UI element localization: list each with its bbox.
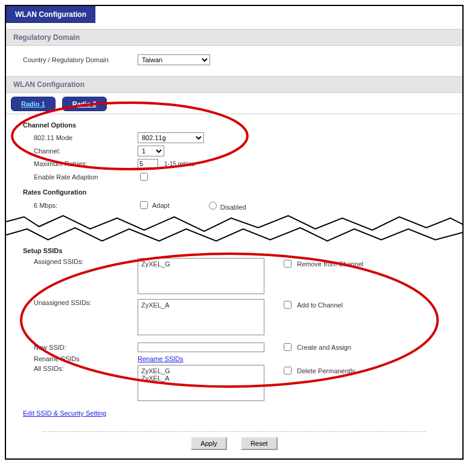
rate-disabled-radio[interactable] bbox=[209, 202, 217, 210]
unassigned-ssids-list[interactable]: ZyXEL_A bbox=[138, 299, 264, 335]
remove-from-channel-label: Remove from Channel bbox=[297, 260, 363, 268]
reset-button[interactable]: Reset bbox=[241, 437, 278, 450]
section-regulatory-header: Regulatory Domain bbox=[6, 29, 462, 46]
tab-wlan-config[interactable]: WLAN Configuration bbox=[6, 6, 95, 23]
country-select[interactable]: Taiwan bbox=[138, 54, 210, 65]
rate-6mbps-label: 6 Mbps: bbox=[34, 202, 138, 209]
tab-radio-2[interactable]: Radio 2 bbox=[62, 97, 107, 111]
rate-adapt-checkbox[interactable] bbox=[140, 173, 148, 181]
assigned-ssids-list[interactable]: ZyXEL_G bbox=[138, 258, 264, 294]
rate-adapt-label: Enable Rate Adaption bbox=[34, 173, 138, 181]
max-retries-hint: 1-15 retries bbox=[164, 161, 195, 167]
tab-radio-1[interactable]: Radio 1 bbox=[11, 97, 56, 111]
channel-select[interactable]: 1 bbox=[138, 146, 164, 156]
all-ssids-label: All SSIDs: bbox=[34, 365, 138, 372]
radio-tabs: Radio 1 Radio 2 bbox=[6, 93, 462, 111]
add-to-channel-checkbox[interactable] bbox=[284, 301, 292, 309]
rates-config-header: Rates Configuration bbox=[23, 188, 445, 196]
unassigned-ssids-label: Unassigned SSIDs: bbox=[34, 299, 138, 306]
section-regulatory-body: Country / Regulatory Domain Taiwan bbox=[6, 46, 462, 76]
edit-ssid-security-link[interactable]: Edit SSID & Security Setting bbox=[23, 410, 106, 417]
assigned-ssids-label: Assigned SSIDs: bbox=[34, 258, 138, 265]
channel-options-header: Channel Options bbox=[23, 121, 445, 129]
rate-disabled-option-label: Disabled bbox=[220, 204, 246, 211]
rename-ssids-label: Rename SSIDs bbox=[34, 355, 138, 362]
section-wlan-header: WLAN Configuration bbox=[6, 76, 462, 93]
add-to-channel-label: Add to Channel bbox=[297, 301, 343, 309]
max-retries-input[interactable] bbox=[138, 159, 158, 169]
mode-select[interactable]: 802.11g bbox=[138, 132, 204, 143]
setup-ssids-header: Setup SSIDs bbox=[23, 247, 445, 254]
tab-header: WLAN Configuration bbox=[6, 6, 462, 23]
new-ssid-input[interactable] bbox=[138, 343, 264, 352]
rename-ssids-link[interactable]: Rename SSIDs bbox=[138, 355, 183, 362]
apply-button[interactable]: Apply bbox=[191, 437, 227, 450]
delete-permanently-label: Delete Permanently bbox=[297, 367, 356, 375]
button-row: Apply Reset bbox=[42, 431, 426, 458]
create-and-assign-label: Create and Assign bbox=[297, 344, 351, 351]
remove-from-channel-checkbox[interactable] bbox=[284, 260, 292, 268]
country-label: Country / Regulatory Domain bbox=[23, 56, 138, 63]
rate-adapt-6mbps-checkbox[interactable] bbox=[140, 201, 148, 209]
mode-label: 802.11 Mode bbox=[34, 134, 138, 141]
torn-break-icon bbox=[6, 214, 462, 242]
delete-permanently-checkbox[interactable] bbox=[284, 367, 292, 375]
channel-label: Channel: bbox=[34, 147, 138, 155]
max-retries-label: Maximum Retries: bbox=[34, 160, 138, 167]
new-ssid-label: New SSID: bbox=[34, 344, 138, 351]
rate-adapt-option-label: Adapt bbox=[152, 202, 170, 209]
config-panel: WLAN Configuration Regulatory Domain Cou… bbox=[5, 5, 464, 460]
all-ssids-list[interactable]: ZyXEL_G ZyXEL_A bbox=[138, 365, 264, 401]
create-and-assign-checkbox[interactable] bbox=[284, 343, 292, 351]
